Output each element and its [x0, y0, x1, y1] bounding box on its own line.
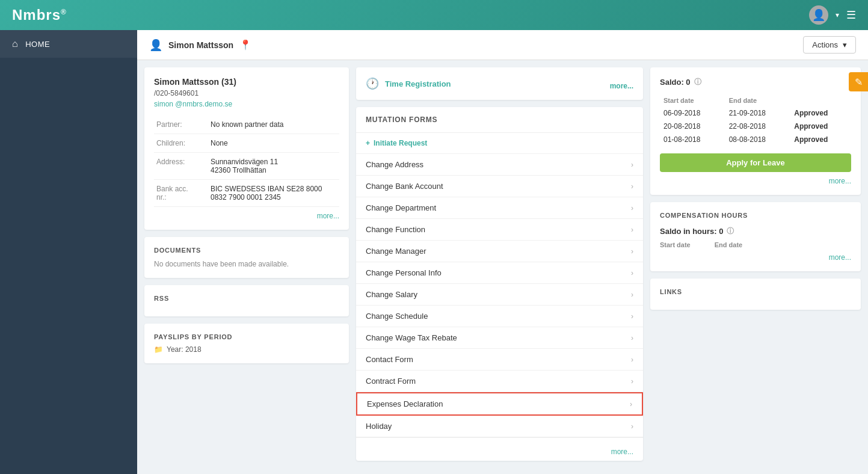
- profile-name: Simon Mattsson (31): [154, 77, 339, 87]
- mutation-item[interactable]: Change Manager ›: [356, 241, 643, 262]
- main-content: Simon Mattsson (31) /020-5849601 simon @…: [137, 60, 868, 474]
- actions-chevron-icon: ▾: [843, 40, 847, 49]
- mutation-item[interactable]: Contract Form ›: [356, 371, 643, 392]
- info-value: Sunnanvidsvägen 1142360 Trollhättan: [208, 153, 339, 180]
- sidebar: ⌂ HOME: [0, 0, 137, 474]
- table-row: 06-09-2018 21-09-2018 Approved: [660, 106, 851, 120]
- mutation-forms-title: MUTATION FORMS: [366, 115, 437, 124]
- sub-header: 👤 Simon Mattsson 📍 Actions ▾: [137, 30, 868, 60]
- plus-icon: +: [366, 139, 370, 147]
- table-row: Partner: No known partner data: [154, 115, 339, 134]
- chevron-right-icon: ›: [631, 422, 633, 431]
- leave-start: 01-08-2018: [660, 133, 725, 146]
- leave-table: Start date End date 06-09-2018 21-09-201…: [660, 94, 851, 146]
- info-label: Bank acc.nr.:: [154, 180, 208, 207]
- mutation-item[interactable]: Change Wage Tax Rebate ›: [356, 327, 643, 349]
- chevron-right-icon: ›: [631, 161, 633, 169]
- leave-end: 08-08-2018: [725, 133, 791, 146]
- compensation-info-icon[interactable]: ⓘ: [727, 226, 734, 236]
- chevron-right-icon: ›: [631, 291, 633, 299]
- chevron-right-icon: ›: [631, 377, 633, 386]
- payslips-title: PAYSLIPS BY PERIOD: [154, 333, 339, 340]
- rss-card: RSS: [144, 285, 349, 316]
- status-badge: Approved: [790, 133, 851, 146]
- profile-email: simon @nmbrs.demo.se: [154, 100, 339, 108]
- info-value: No known partner data: [208, 115, 339, 134]
- sidebar-item-label: HOME: [25, 40, 50, 49]
- info-label: Address:: [154, 153, 208, 180]
- mutation-item[interactable]: Change Department ›: [356, 197, 643, 219]
- user-menu-chevron[interactable]: ▾: [836, 11, 839, 19]
- compensation-hours-card: COMPENSATION HOURS Saldo in hours: 0 ⓘ S…: [650, 202, 861, 271]
- initiate-request-button[interactable]: + Initiate Request: [356, 133, 643, 154]
- mutation-item-expenses[interactable]: Expenses Declaration ›: [356, 392, 643, 416]
- table-row: 20-08-2018 22-08-2018 Approved: [660, 120, 851, 133]
- mutation-item[interactable]: Change Bank Account ›: [356, 176, 643, 197]
- rss-title: RSS: [154, 295, 339, 302]
- leave-more-link[interactable]: more...: [660, 177, 851, 185]
- chevron-right-icon: ›: [631, 204, 633, 212]
- compensation-end-col: End date: [715, 241, 742, 248]
- documents-empty: No documents have been made available.: [154, 260, 339, 268]
- mutation-more-link[interactable]: more...: [366, 448, 633, 456]
- middle-column: 🕐 Time Registration more... MUTATION FOR…: [356, 67, 643, 467]
- mutation-item[interactable]: Holiday ›: [356, 416, 643, 437]
- mutation-item[interactable]: Change Salary ›: [356, 284, 643, 306]
- leave-info-icon[interactable]: ⓘ: [694, 77, 701, 87]
- leave-end: 21-09-2018: [725, 106, 791, 120]
- profile-more-link[interactable]: more...: [154, 212, 339, 220]
- chevron-right-icon: ›: [631, 312, 633, 321]
- status-badge: Approved: [790, 120, 851, 133]
- chevron-right-icon: ›: [631, 182, 633, 191]
- leave-start-col: Start date: [660, 94, 725, 106]
- person-icon: 👤: [149, 38, 162, 52]
- employee-name: Simon Mattsson: [168, 40, 233, 50]
- payslips-card: PAYSLIPS BY PERIOD 📁 Year: 2018: [144, 324, 349, 363]
- folder-icon: 📁: [154, 345, 163, 354]
- mutation-item[interactable]: Change Personal Info ›: [356, 262, 643, 284]
- compensation-more-link[interactable]: more...: [660, 253, 851, 262]
- mutation-forms-header: MUTATION FORMS: [356, 107, 643, 133]
- documents-title: DOCUMENTS: [154, 247, 339, 254]
- table-row: Bank acc.nr.: BIC SWEDSESS IBAN SE28 800…: [154, 180, 339, 207]
- mutation-item[interactable]: Change Schedule ›: [356, 306, 643, 327]
- table-row: Children: None: [154, 134, 339, 153]
- table-row: Address: Sunnanvidsvägen 1142360 Trollhä…: [154, 153, 339, 180]
- time-registration-card[interactable]: 🕐 Time Registration more...: [356, 67, 643, 100]
- documents-card: DOCUMENTS No documents have been made av…: [144, 237, 349, 278]
- compensation-saldo-label: Saldo in hours: 0: [660, 227, 723, 236]
- info-value: BIC SWEDSESS IBAN SE28 8000 0832 7900 00…: [208, 180, 339, 207]
- clock-icon: 🕐: [366, 77, 379, 90]
- leave-start: 20-08-2018: [660, 120, 725, 133]
- profile-info-table: Partner: No known partner data Children:…: [154, 115, 339, 207]
- edit-icon: ✎: [855, 76, 863, 88]
- status-badge: Approved: [790, 106, 851, 120]
- profile-phone: /020-5849601: [154, 89, 339, 97]
- info-value: None: [208, 134, 339, 153]
- time-more-link[interactable]: more...: [457, 82, 633, 90]
- left-column: Simon Mattsson (31) /020-5849601 simon @…: [144, 67, 349, 467]
- sidebar-item-home[interactable]: ⌂ HOME: [0, 30, 137, 58]
- chevron-right-icon: ›: [631, 247, 633, 256]
- links-title: LINKS: [660, 288, 851, 295]
- leave-start: 06-09-2018: [660, 106, 725, 120]
- hamburger-menu-icon[interactable]: ☰: [846, 8, 856, 22]
- actions-button[interactable]: Actions ▾: [803, 36, 856, 54]
- edit-fab[interactable]: ✎: [849, 72, 868, 91]
- table-row: 01-08-2018 08-08-2018 Approved: [660, 133, 851, 146]
- info-label: Children:: [154, 134, 208, 153]
- chevron-right-icon: ›: [630, 400, 632, 408]
- apply-for-leave-button[interactable]: Apply for Leave: [660, 153, 851, 172]
- mutation-item[interactable]: Change Address ›: [356, 154, 643, 176]
- payslips-year-label: Year: 2018: [167, 345, 202, 354]
- chevron-right-icon: ›: [631, 356, 633, 364]
- user-avatar[interactable]: 👤: [809, 5, 828, 25]
- mutation-forms-section: MUTATION FORMS + Initiate Request Change…: [356, 107, 643, 461]
- compensation-hours-title: COMPENSATION HOURS: [660, 212, 851, 219]
- info-label: Partner:: [154, 115, 208, 134]
- right-column: Saldo: 0 ⓘ Start date End date 06-09-201…: [650, 67, 861, 467]
- mutation-item[interactable]: Contact Form ›: [356, 349, 643, 371]
- app-logo: Nmbrs®: [12, 7, 67, 23]
- leave-end: 22-08-2018: [725, 120, 791, 133]
- mutation-item[interactable]: Change Function ›: [356, 219, 643, 241]
